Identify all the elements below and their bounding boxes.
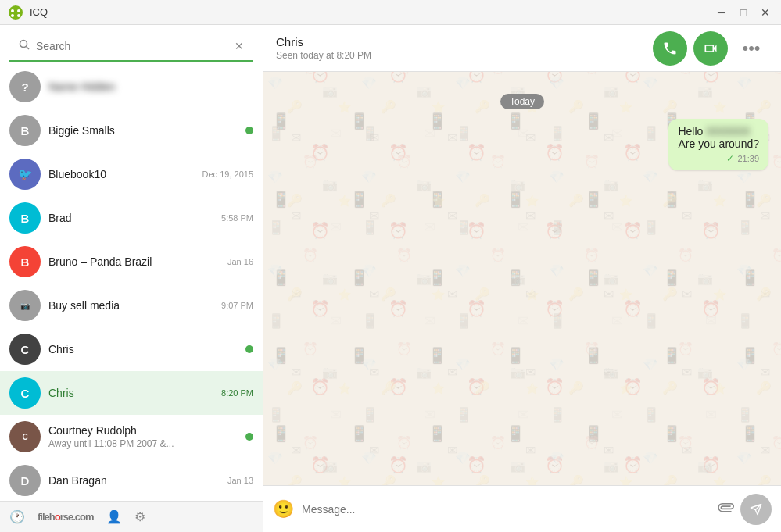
avatar: ?: [9, 71, 41, 102]
list-item[interactable]: B Brad 5:58 PM: [0, 196, 263, 240]
list-item[interactable]: C Chris: [0, 327, 263, 371]
svg-point-5: [20, 41, 27, 48]
list-item[interactable]: B Biggie Smalls: [0, 109, 263, 152]
clock-icon[interactable]: 🕐: [9, 509, 25, 524]
contact-meta: 5:58 PM: [206, 213, 253, 223]
person-icon[interactable]: 👤: [106, 509, 122, 524]
close-button[interactable]: ✕: [758, 5, 773, 20]
avatar: D: [9, 465, 41, 496]
avatar: B: [9, 115, 41, 146]
contact-time: 5:58 PM: [221, 213, 253, 223]
voice-call-button[interactable]: [653, 31, 687, 66]
send-button[interactable]: [740, 494, 772, 525]
chat-contact-name: Chris: [276, 35, 653, 48]
message-text: Hello: [678, 125, 706, 137]
window-controls: ─ □ ✕: [714, 5, 773, 20]
list-item[interactable]: 📷 Buy sell media 9:07 PM: [0, 284, 263, 327]
contact-name: Buy sell media: [48, 299, 206, 312]
message-text-line1: Hello XXXXXX: [678, 125, 759, 137]
list-item-active[interactable]: C Chris 8:20 PM: [0, 371, 263, 415]
contact-info: Chris: [48, 387, 206, 399]
emoji-button[interactable]: 🙂: [273, 499, 294, 520]
message-input[interactable]: [302, 503, 709, 516]
chat-contact-info: Chris Seen today at 8:20 PM: [276, 35, 653, 61]
input-area: 🙂: [263, 485, 781, 532]
app-title: ICQ: [30, 6, 714, 18]
svg-point-1: [11, 9, 14, 12]
contact-name: Chris: [48, 387, 206, 399]
contact-name: Bluebook10: [48, 168, 202, 180]
svg-point-0: [9, 5, 23, 20]
title-bar: ICQ ─ □ ✕: [0, 0, 781, 25]
avatar: 🐦: [9, 159, 41, 190]
contact-meta: [206, 345, 253, 353]
contact-meta: Jan 16: [206, 257, 253, 266]
list-item[interactable]: D Dan Bragan Jan 13: [0, 459, 263, 501]
contact-name: Name Hidden: [48, 80, 206, 93]
more-options-button[interactable]: •••: [734, 31, 768, 66]
list-item[interactable]: ? Name Hidden: [0, 65, 263, 109]
contact-info: Brad: [48, 212, 206, 224]
contact-time: 9:07 PM: [221, 301, 253, 310]
svg-point-4: [17, 14, 20, 17]
video-call-button[interactable]: [693, 31, 728, 66]
main-area: ✕ ? Name Hidden B Biggie Smalls: [0, 25, 781, 532]
search-bar: ✕: [9, 31, 253, 62]
svg-line-6: [27, 47, 30, 50]
message-time: 21:39: [737, 154, 759, 163]
online-indicator: [245, 433, 253, 441]
gear-icon[interactable]: ⚙: [134, 509, 145, 524]
chat-actions: •••: [653, 31, 768, 66]
contact-info: Chris: [48, 343, 206, 355]
message-meta: ✓ 21:39: [678, 153, 759, 164]
message-bubble: Hello XXXXXX Are you around? ✓ 21:39: [668, 119, 768, 170]
contact-name: Dan Bragan: [48, 474, 206, 487]
messages-area[interactable]: Today Hello XXXXXX Are you around? ✓ 21:…: [263, 72, 781, 485]
minimize-button[interactable]: ─: [714, 5, 729, 20]
avatar: B: [9, 246, 41, 277]
day-label: Today: [500, 94, 544, 109]
search-clear-button[interactable]: ✕: [235, 40, 244, 52]
avatar: 📷: [9, 290, 41, 321]
contact-name: Biggie Smalls: [48, 124, 206, 137]
contact-info: Bluebook10: [48, 168, 202, 180]
contact-meta: Dec 19, 2015: [202, 170, 253, 179]
contact-name: Courtney Rudolph: [48, 424, 206, 437]
message-row: Hello XXXXXX Are you around? ✓ 21:39: [276, 119, 768, 170]
list-item[interactable]: B Bruno – Panda Brazil Jan 16: [0, 240, 263, 284]
contact-meta: 9:07 PM: [206, 301, 253, 310]
list-item[interactable]: C Courtney Rudolph Away until 11:08 PM 2…: [0, 415, 263, 459]
contact-info: Courtney Rudolph Away until 11:08 PM 200…: [48, 424, 206, 449]
avatar: B: [9, 202, 41, 234]
online-indicator: [245, 127, 253, 134]
contact-meta: [206, 127, 253, 134]
day-divider: Today: [276, 94, 768, 109]
avatar: C: [9, 421, 41, 452]
search-input[interactable]: [36, 40, 228, 52]
contact-preview: Away until 11:08 PM 2007 &...: [48, 438, 206, 449]
chat-area: 📱 ⏰ ✉ 💎 📷 🔑 ⭐ Chris Seen today at 8:20 P…: [263, 25, 781, 532]
contact-info: Biggie Smalls: [48, 124, 206, 137]
svg-point-2: [17, 9, 20, 12]
contact-info: Buy sell media: [48, 299, 206, 312]
contact-meta: [206, 433, 253, 441]
contact-info: Name Hidden: [48, 80, 206, 93]
contact-info: Bruno – Panda Brazil: [48, 255, 206, 268]
list-item[interactable]: 🐦 Bluebook10 Dec 19, 2015: [0, 152, 263, 196]
contact-time: 8:20 PM: [221, 388, 253, 398]
maximize-button[interactable]: □: [736, 5, 751, 20]
contact-meta: Jan 13: [206, 476, 253, 485]
attach-button[interactable]: [712, 497, 737, 522]
contact-info: Dan Bragan: [48, 474, 206, 487]
online-indicator: [245, 345, 253, 353]
chat-contact-status: Seen today at 8:20 PM: [276, 50, 653, 61]
search-icon: [19, 39, 30, 52]
more-icon: •••: [742, 38, 760, 59]
contact-time: Jan 13: [227, 476, 253, 485]
chat-header: Chris Seen today at 8:20 PM •••: [263, 25, 781, 72]
contact-time: Jan 16: [227, 257, 253, 266]
avatar: C: [9, 334, 41, 365]
contact-time: Dec 19, 2015: [202, 170, 253, 179]
contact-name: Brad: [48, 212, 206, 224]
contact-list: ? Name Hidden B Biggie Smalls 🐦: [0, 65, 263, 501]
